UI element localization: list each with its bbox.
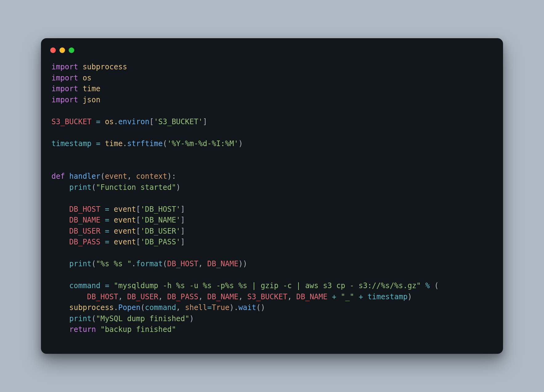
code-token: subprocess [69,303,114,312]
code-token: . [114,117,118,126]
code-token: ( [91,314,96,323]
code-token: "mysqldump -h %s -u %s -p%s %s | gzip -c… [114,281,421,290]
code-token: % [425,281,430,290]
code-token: ): [167,172,176,181]
code-token: strftime [127,139,163,148]
code-token: , [198,259,203,268]
code-token [100,227,105,235]
code-token [109,205,114,214]
code-token: DB_USER [127,292,158,301]
code-token [51,314,69,323]
code-line: import time [51,84,100,93]
code-token: . [114,303,118,312]
code-token: = [96,117,100,126]
code-token: ] [181,216,185,224]
code-token: , [118,292,123,301]
code-token: time [83,84,100,93]
code-token [203,259,207,268]
code-token [100,139,105,148]
code-token [336,292,341,301]
code-token [51,281,69,290]
code-token: import [51,96,78,104]
code-token: + [332,292,336,301]
code-token: timestamp [367,292,408,301]
minimize-icon[interactable] [59,47,65,53]
code-token: ) [176,183,181,192]
code-token: format [136,259,163,268]
code-token: event [114,227,136,235]
code-token: ( [100,172,105,181]
code-token: print [69,259,91,268]
code-token: ( [91,183,96,192]
code-token [163,292,167,301]
close-icon[interactable] [50,47,56,53]
code-token: S3_BUCKET [51,117,91,126]
code-token: 'S3_BUCKET' [154,117,203,126]
code-token: time [105,139,123,148]
code-token: , [158,292,163,301]
code-token [421,281,425,290]
code-token: DB_PASS [69,238,100,246]
code-token: True [212,303,229,312]
code-token: ) [238,139,243,148]
code-token [181,303,185,312]
code-line: DB_PASS = event['DB_PASS'] [51,238,185,246]
code-token: os [105,117,114,126]
code-token: , [238,292,243,301]
code-token: = [105,205,109,214]
code-token: command [145,303,176,312]
code-token [51,292,87,301]
code-line: DB_USER = event['DB_USER'] [51,227,185,235]
code-token [327,292,332,301]
code-token [51,238,69,246]
code-token: [ [136,238,140,246]
code-token: "%s %s " [96,259,132,268]
code-token: ). [229,303,238,312]
code-token: import [51,63,78,71]
code-token: [ [136,205,140,214]
code-token: 'DB_PASS' [140,238,181,246]
code-token: S3_BUCKET [247,292,287,301]
code-token: return [69,325,96,334]
code-line: print("%s %s ".format(DB_HOST, DB_NAME)) [51,259,247,268]
code-token: 'DB_HOST' [140,205,181,214]
code-token [78,74,83,82]
code-token: event [114,238,136,246]
code-token [51,227,69,235]
code-token: , [127,172,132,181]
code-token [363,292,367,301]
code-token [65,172,69,181]
code-token: DB_NAME [207,259,238,268]
maximize-icon[interactable] [69,47,74,53]
code-token: = [105,227,109,235]
code-token [292,292,296,301]
code-token [109,238,114,246]
code-token: context [136,172,167,181]
code-token: ( [91,259,96,268]
code-token: event [105,172,127,181]
code-line: subprocess.Popen(command, shell=True).wa… [51,303,265,312]
code-line: import os [51,74,91,82]
code-token: "_" [341,292,354,301]
code-token: = [105,281,109,290]
code-token [78,84,83,93]
code-line: import subprocess [51,63,127,71]
code-token: event [114,216,136,224]
code-token: . [123,139,127,148]
code-token [100,205,105,214]
code-token: DB_HOST [87,292,118,301]
code-token [91,139,96,148]
code-token: Popen [118,303,140,312]
code-block: import subprocess import os import time … [49,62,495,335]
code-token [78,63,83,71]
code-token: subprocess [83,63,127,71]
code-token [100,216,105,224]
code-token: , [176,303,181,312]
code-token: ( [163,139,167,148]
code-token: = [105,238,109,246]
code-token: , [287,292,292,301]
code-token: 'DB_USER' [140,227,181,235]
code-token: timestamp [51,139,91,148]
code-token [203,292,207,301]
code-token: shell [185,303,207,312]
